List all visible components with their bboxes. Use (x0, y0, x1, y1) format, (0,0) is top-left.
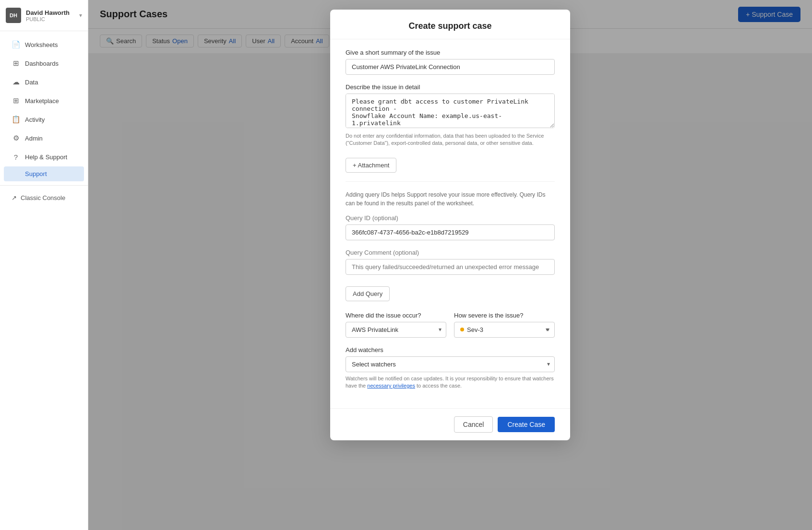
add-query-button[interactable]: Add Query (346, 286, 390, 301)
dashboards-icon: ⊞ (12, 59, 20, 68)
sidebar-item-label: Activity (25, 116, 45, 123)
severity-group: How severe is the issue? Sev-3 ▾ (454, 312, 555, 338)
detail-textarea[interactable] (346, 94, 555, 128)
query-comment-group: Query Comment (optional) (346, 249, 555, 275)
worksheets-icon: 📄 (12, 40, 20, 49)
summary-label: Give a short summary of the issue (346, 49, 555, 56)
sidebar-item-label: Help & Support (25, 153, 67, 161)
cancel-button[interactable]: Cancel (454, 416, 493, 433)
sidebar-item-label: Marketplace (25, 97, 59, 105)
query-id-group: Query ID (optional) (346, 214, 555, 240)
sidebar-item-label: Data (25, 79, 38, 86)
sidebar-item-dashboards[interactable]: ⊞ Dashboards (4, 54, 84, 72)
sidebar-item-classic-console[interactable]: ↗ Classic Console (4, 189, 84, 206)
sidebar-item-support[interactable]: Support (4, 166, 84, 181)
admin-icon: ⚙ (12, 134, 20, 142)
sidebar-divider (0, 185, 88, 186)
modal-body: Give a short summary of the issue Descri… (330, 39, 570, 408)
sidebar-item-marketplace[interactable]: ⊞ Marketplace (4, 92, 84, 110)
sidebar-sub-label: Support (25, 170, 47, 177)
user-role: PUBLIC (26, 16, 74, 22)
location-severity-row: Where did the issue occur? AWS PrivateLi… (346, 312, 555, 338)
modal-header: Create support case (330, 10, 570, 39)
sidebar-nav: 📄 Worksheets ⊞ Dashboards ☁ Data ⊞ Marke… (0, 31, 88, 530)
sidebar-item-label: Worksheets (25, 41, 58, 48)
watchers-select[interactable]: Select watchers (346, 356, 555, 372)
chevron-down-icon: ▾ (79, 12, 82, 19)
attachment-group: + Attachment (346, 156, 555, 173)
severity-select-wrapper: Sev-3 ▾ (454, 322, 555, 338)
watchers-group: Add watchers Select watchers Watchers wi… (346, 346, 555, 390)
location-group: Where did the issue occur? AWS PrivateLi… (346, 312, 446, 338)
location-label: Where did the issue occur? (346, 312, 446, 319)
user-menu[interactable]: DH David Haworth PUBLIC ▾ (0, 0, 88, 31)
user-name: David Haworth (26, 9, 74, 16)
activity-icon: 📋 (12, 115, 20, 124)
watchers-hint: Watchers will be notified on case update… (346, 375, 555, 390)
marketplace-icon: ⊞ (12, 96, 20, 105)
external-link-icon: ↗ (12, 194, 17, 201)
modal-footer: Cancel Create Case (330, 408, 570, 440)
sidebar-item-label: Dashboards (25, 60, 59, 67)
severity-value-text: Sev-3 (467, 326, 546, 333)
data-icon: ☁ (12, 78, 20, 86)
watchers-label: Add watchers (346, 346, 555, 353)
sidebar: DH David Haworth PUBLIC ▾ 📄 Worksheets ⊞… (0, 0, 88, 530)
sidebar-item-activity[interactable]: 📋 Activity (4, 110, 84, 129)
attachment-button[interactable]: + Attachment (346, 158, 396, 173)
avatar: DH (6, 8, 21, 23)
sidebar-item-help-support[interactable]: ? Help & Support (4, 148, 84, 166)
query-comment-label: Query Comment (optional) (346, 249, 555, 256)
summary-group: Give a short summary of the issue (346, 49, 555, 75)
location-select[interactable]: AWS PrivateLink (346, 322, 446, 338)
main-content: Support Cases + Support Case 🔍 Search St… (88, 0, 812, 530)
sidebar-item-admin[interactable]: ⚙ Admin (4, 129, 84, 147)
detail-hint: Do not enter any confidential informatio… (346, 132, 555, 147)
help-icon: ? (12, 153, 20, 161)
sidebar-item-label: Admin (25, 135, 43, 142)
modal-title: Create support case (346, 21, 555, 31)
query-comment-input[interactable] (346, 259, 555, 275)
necessary-privileges-link[interactable]: necessary privileges (367, 383, 415, 389)
modal-overlay: Create support case Give a short summary… (88, 0, 812, 530)
create-case-modal: Create support case Give a short summary… (330, 10, 570, 440)
query-id-label: Query ID (optional) (346, 214, 555, 222)
location-select-wrapper: AWS PrivateLink (346, 322, 446, 338)
detail-label: Describe the issue in detail (346, 83, 555, 91)
query-section: Adding query IDs helps Support resolve y… (346, 181, 555, 301)
query-hint: Adding query IDs helps Support resolve y… (346, 190, 555, 208)
sidebar-item-data[interactable]: ☁ Data (4, 73, 84, 91)
summary-input[interactable] (346, 59, 555, 75)
create-case-button[interactable]: Create Case (498, 417, 555, 432)
watchers-select-wrapper: Select watchers (346, 356, 555, 372)
severity-dot-icon (460, 328, 464, 331)
detail-group: Describe the issue in detail Do not ente… (346, 83, 555, 147)
query-id-input[interactable] (346, 224, 555, 240)
classic-console-label: Classic Console (21, 194, 65, 201)
sidebar-item-worksheets[interactable]: 📄 Worksheets (4, 35, 84, 54)
chevron-down-icon: ▾ (546, 326, 549, 333)
severity-issue-label: How severe is the issue? (454, 312, 555, 319)
